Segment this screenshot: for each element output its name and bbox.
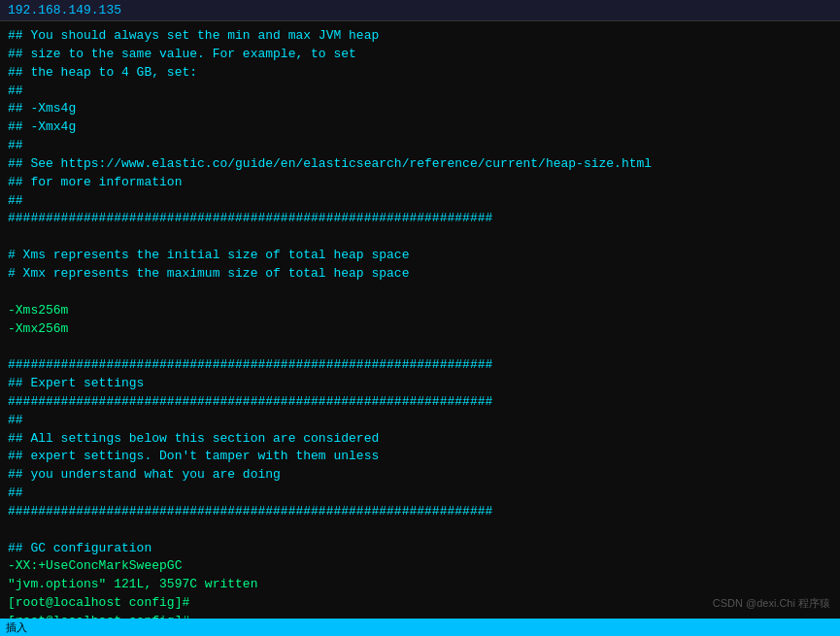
terminal-body[interactable]: ## You should always set the min and max… [0, 21, 840, 619]
watermark: CSDN @dexi.Chi 程序猿 [713, 596, 830, 611]
bottom-bar: 插入 [0, 619, 840, 636]
ip-address: 192.168.149.135 [8, 3, 121, 17]
insert-label: 插入 [6, 620, 27, 635]
title-bar: 192.168.149.135 [0, 0, 840, 21]
terminal-window: 192.168.149.135 ## You should always set… [0, 0, 840, 636]
terminal-content: ## You should always set the min and max… [8, 27, 832, 619]
